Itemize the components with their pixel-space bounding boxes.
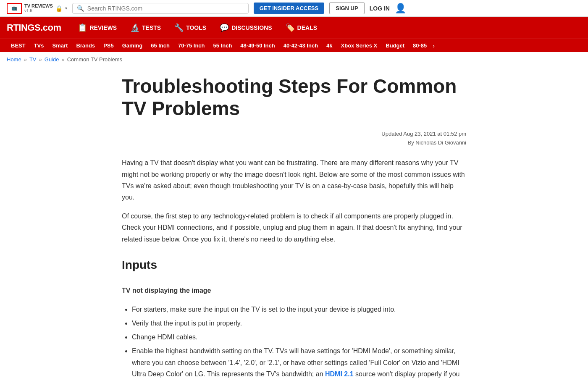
article-author: By Nicholas Di Giovanni [122, 139, 466, 147]
tv-icon-box: 📺 [7, 3, 22, 14]
nav-item-discussions[interactable]: 💬 DISCUSSIONS [213, 17, 278, 39]
subnav-more-arrow[interactable]: › [433, 42, 435, 49]
article-body: Having a TV that doesn't display what yo… [122, 157, 466, 378]
get-insider-access-button[interactable]: GET INSIDER ACCESS [254, 3, 324, 14]
list-item: Change HDMI cables. [132, 331, 466, 343]
reviews-icon: 📋 [78, 23, 87, 32]
nav-item-deals[interactable]: 🏷️ DEALS [279, 17, 324, 39]
nav-item-tests[interactable]: 🔬 TESTS [123, 17, 168, 39]
breadcrumb-sep-3: » [61, 56, 64, 63]
tests-icon: 🔬 [130, 23, 139, 32]
search-bar[interactable]: 🔍 [72, 3, 249, 14]
subnav-item-7075inch[interactable]: 70-75 Inch [174, 39, 209, 52]
search-icon: 🔍 [77, 5, 84, 12]
subnav-item-8085[interactable]: 80-85 [409, 39, 431, 52]
nav-item-reviews[interactable]: 📋 REVIEWS [71, 17, 123, 39]
breadcrumb-current: Common TV Problems [67, 56, 122, 63]
breadcrumb: Home » TV » Guide » Common TV Problems [0, 52, 588, 67]
user-avatar-icon[interactable]: 👤 [395, 3, 406, 14]
subnav-item-tvs[interactable]: TVs [30, 39, 48, 52]
breadcrumb-sep-2: » [39, 56, 42, 63]
article-updated: Updated Aug 23, 2021 at 01:52 pm [122, 130, 466, 139]
article-title: Troubleshooting Steps For Common TV Prob… [122, 75, 466, 120]
subnav-item-gaming[interactable]: Gaming [118, 39, 147, 52]
breadcrumb-tv[interactable]: TV [29, 56, 37, 63]
subnav-item-best[interactable]: BEST [7, 39, 30, 52]
subnav-item-404243inch[interactable]: 40-42-43 Inch [279, 39, 322, 52]
bullet-list: For starters, make sure the input on the… [132, 304, 466, 378]
subnav-item-xboxseriesx[interactable]: Xbox Series X [337, 39, 382, 52]
nav-item-tools[interactable]: 🔧 TOOLS [168, 17, 213, 39]
top-bar: 📺 TV REVIEWS v1.6 🔒 ▾ 🔍 GET INSIDER ACCE… [0, 0, 588, 17]
search-input[interactable] [87, 5, 244, 12]
main-nav: RTINGS.com 📋 REVIEWS 🔬 TESTS 🔧 TOOLS 💬 D… [0, 17, 588, 39]
subnav-item-55inch[interactable]: 55 Inch [209, 39, 236, 52]
tv-reviews-text: TV REVIEWS v1.6 [24, 3, 53, 13]
list-item: Enable the highest bandwidth setting on … [132, 345, 466, 378]
subnav-item-484950inch[interactable]: 48-49-50 Inch [236, 39, 279, 52]
logo-area: 📺 TV REVIEWS v1.6 🔒 ▾ [7, 3, 67, 14]
breadcrumb-sep-1: » [24, 56, 27, 63]
subnav-item-ps5[interactable]: PS5 [99, 39, 118, 52]
intro-paragraph-1: Having a TV that doesn't display what yo… [122, 157, 466, 203]
section-heading-inputs: Inputs [122, 258, 466, 272]
chevron-down-icon[interactable]: ▾ [65, 6, 67, 10]
subnav-item-65inch[interactable]: 65 Inch [147, 39, 174, 52]
subsection-heading-tv-display: TV not displaying the image [122, 285, 466, 296]
brand-logo[interactable]: RTINGS.com [7, 22, 61, 33]
lock-icon: 🔒 [55, 5, 63, 12]
log-in-button[interactable]: LOG IN [370, 5, 390, 12]
subnav-item-brands[interactable]: Brands [72, 39, 99, 52]
tools-icon: 🔧 [174, 23, 184, 32]
breadcrumb-home[interactable]: Home [7, 56, 21, 63]
sign-up-button[interactable]: SIGN UP [329, 2, 364, 14]
discussions-icon: 💬 [220, 23, 229, 32]
section-divider [122, 277, 466, 277]
sub-nav: BEST TVs Smart Brands PS5 Gaming 65 Inch… [0, 39, 588, 52]
hdmi21-link[interactable]: HDMI 2.1 [325, 370, 354, 378]
article-content: Troubleshooting Steps For Common TV Prob… [105, 67, 483, 378]
breadcrumb-guide[interactable]: Guide [45, 56, 59, 63]
intro-paragraph-2: Of course, the first step to any technol… [122, 210, 466, 245]
list-item: For starters, make sure the input on the… [132, 304, 466, 315]
list-item: Verify that the input is put in properly… [132, 318, 466, 329]
tv-icon: 📺 [11, 5, 17, 11]
subnav-item-budget[interactable]: Budget [381, 39, 409, 52]
deals-icon: 🏷️ [286, 23, 295, 32]
subnav-item-smart[interactable]: Smart [48, 39, 72, 52]
subnav-item-4k[interactable]: 4k [322, 39, 336, 52]
article-meta: Updated Aug 23, 2021 at 01:52 pm By Nich… [122, 130, 466, 147]
